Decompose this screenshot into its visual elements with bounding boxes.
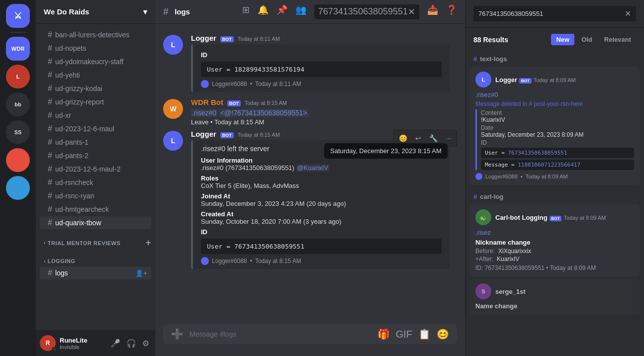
channel-item-ud-rsnc-ryan[interactable]: # ud-rsnc-ryan bbox=[40, 189, 151, 202]
chevron-down-icon: ▾ bbox=[143, 7, 147, 16]
emoji-icon[interactable]: 😊 bbox=[437, 328, 449, 340]
after-label: +After: KuarixIV bbox=[475, 256, 634, 263]
message-text: .risez#0 <@!767341350638059551> bbox=[191, 108, 457, 118]
emoji-reaction-button[interactable]: 😊 bbox=[396, 132, 410, 144]
more-options-button[interactable]: ··· bbox=[443, 132, 455, 144]
embed-code: User = 182899433581576194 bbox=[201, 62, 442, 77]
apps-button[interactable]: 🔧 bbox=[426, 132, 441, 144]
footer-time: Today at 8:09 AM bbox=[526, 174, 568, 179]
channel-item-ud-grizzy-kodai[interactable]: # ud-grizzy-kodai bbox=[40, 82, 151, 95]
footer-author: Logger#6088 bbox=[485, 174, 518, 179]
footer-author: Logger#6088 bbox=[212, 258, 247, 265]
add-channel-button[interactable]: + bbox=[146, 238, 151, 248]
channel-item-ud-pants-1[interactable]: # ud-pants-1 bbox=[40, 136, 151, 149]
bot-badge: BOT bbox=[550, 216, 562, 221]
reply-button[interactable]: ↩ bbox=[412, 132, 424, 144]
filter-new-button[interactable]: New bbox=[551, 34, 574, 45]
hash-icon: # bbox=[473, 193, 477, 200]
channel-name: ud-2023-12-6-maul-2 bbox=[55, 165, 147, 173]
home-server-icon[interactable]: ⚔ bbox=[6, 4, 30, 28]
result-avatar: 🐢 bbox=[475, 209, 491, 225]
channel-item-ud-rsncheck[interactable]: # ud-rsncheck bbox=[40, 176, 151, 189]
hash-icon: # bbox=[48, 30, 52, 39]
result-item-next[interactable]: S serge_1st Name change bbox=[469, 278, 640, 315]
server-header[interactable]: We Do Raids ▾ bbox=[36, 0, 155, 24]
result-code: User = 767341350638059551 bbox=[481, 148, 634, 158]
channel-item-ud-ydoimakeucry[interactable]: # ud-ydoimakeucry-staff bbox=[40, 55, 151, 68]
thread-icon[interactable]: ⊞ bbox=[242, 4, 250, 19]
footer-time: Today at 8:15 AM bbox=[255, 258, 301, 265]
category-logging[interactable]: › LOGGING bbox=[36, 250, 155, 266]
search-clear-icon[interactable]: ✕ bbox=[625, 9, 631, 18]
channel-item-ban-all[interactable]: # ban-all-lurers-detectives bbox=[40, 28, 151, 41]
channel-item-ud-yehti[interactable]: # ud-yehti bbox=[40, 69, 151, 82]
search-panel: 767341350638059551 ✕ 88 Results New Old … bbox=[465, 0, 644, 356]
members-icon[interactable]: 👥 bbox=[295, 4, 306, 19]
result-item-carl[interactable]: 🐢 Carl-bot Logging BOT Today at 8:09 AM … bbox=[469, 204, 640, 276]
hash-icon: # bbox=[48, 71, 52, 80]
message-input[interactable] bbox=[189, 324, 371, 344]
result-section-next: S serge_1st Name change bbox=[465, 278, 644, 315]
channel-item-logs[interactable]: # logs 👤+ bbox=[40, 267, 151, 279]
channel-item-ud-hmtgearcheck[interactable]: # ud-hmtgearcheck bbox=[40, 203, 151, 216]
bot-badge: BOT bbox=[220, 132, 234, 138]
search-close-icon[interactable]: ✕ bbox=[408, 6, 415, 17]
channel-item-ud-quarix-tbow[interactable]: # ud-quarix-tbow bbox=[40, 216, 151, 229]
date-value: Saturday, December 23, 2023 8:09 AM bbox=[481, 131, 634, 138]
result-item[interactable]: L Logger BOT Today at 8:09 AM .risez#0 M… bbox=[469, 67, 640, 185]
search-input-box[interactable]: 767341350638059551 ✕ bbox=[473, 6, 636, 21]
server-icon-wdoraids[interactable]: WDR bbox=[6, 37, 30, 61]
filter-old-button[interactable]: Old bbox=[576, 34, 597, 45]
channel-item-ud-xr[interactable]: # ud-xr bbox=[40, 109, 151, 122]
avatar: L bbox=[163, 35, 183, 55]
server-icon-ss[interactable]: SS bbox=[6, 120, 30, 144]
channel-name: ud-ydoimakeucry-staff bbox=[55, 58, 147, 66]
gif-icon[interactable]: GIF bbox=[396, 329, 412, 340]
channel-name: ud-grizzy-kodai bbox=[55, 85, 147, 92]
search-icon[interactable]: 767341350638059551 ✕ bbox=[314, 4, 419, 19]
channel-item-ud-pants-2[interactable]: # ud-pants-2 bbox=[40, 149, 151, 162]
add-member-icon[interactable]: 👤+ bbox=[135, 269, 147, 277]
channel-list: # ban-all-lurers-detectives # ud-nopets … bbox=[36, 24, 155, 330]
code-eq: = bbox=[226, 243, 230, 250]
message-author: WDR Bot bbox=[191, 98, 223, 106]
result-content-block: Content !KuarixIV Date Saturday, Decembe… bbox=[475, 109, 634, 170]
channel-item-ud-grizzy-report[interactable]: # ud-grizzy-report bbox=[40, 95, 151, 108]
roles-value: CoX Tier 5 (Elite), Mass, AdvMass bbox=[201, 182, 442, 189]
mute-button[interactable]: 🎤 bbox=[108, 337, 122, 350]
channel-item-ud-nopets[interactable]: # ud-nopets bbox=[40, 42, 151, 55]
message-time: Today at 8:15 AM bbox=[238, 132, 280, 138]
mention[interactable]: @KuarixIV bbox=[296, 164, 329, 172]
pin-icon[interactable]: 📌 bbox=[276, 4, 287, 19]
channel-name: ud-rsnc-ryan bbox=[55, 192, 147, 200]
channel-name: ud-pants-2 bbox=[55, 152, 147, 160]
server-icon-extra1[interactable] bbox=[6, 148, 30, 172]
mention-id[interactable]: <@!767341350638059551> bbox=[219, 109, 308, 117]
gift-icon[interactable]: 🎁 bbox=[377, 328, 390, 340]
channel-item-ud-2023-12-6-maul-2[interactable]: # ud-2023-12-6-maul-2 bbox=[40, 163, 151, 176]
server-icon-extra2[interactable] bbox=[6, 176, 30, 200]
mention[interactable]: .risez#0 bbox=[191, 109, 217, 117]
server-icon-league[interactable]: L bbox=[6, 65, 30, 89]
hash-icon: # bbox=[48, 151, 52, 160]
sticker-icon[interactable]: 📋 bbox=[418, 328, 431, 340]
message-header: Logger BOT Today at 8:11 AM bbox=[191, 34, 457, 42]
add-attachment-icon[interactable]: ➕ bbox=[171, 328, 184, 340]
message-author: Logger bbox=[191, 34, 216, 42]
inbox-icon[interactable]: 📥 bbox=[427, 4, 438, 19]
settings-button[interactable]: ⚙ bbox=[140, 337, 151, 350]
deafen-button[interactable]: 🎧 bbox=[124, 337, 138, 350]
section-name: text-logs bbox=[480, 55, 507, 63]
bot-badge: BOT bbox=[519, 78, 532, 84]
channel-name: ud-rsncheck bbox=[55, 178, 147, 186]
user-info: RuneLite Invisible bbox=[60, 337, 104, 350]
category-trial-mentor[interactable]: › TRIAL MENTOR REVIEWS + bbox=[36, 230, 155, 250]
joined-label: Joined At bbox=[201, 192, 442, 200]
server-icon-bb[interactable]: bb bbox=[6, 92, 30, 116]
embed-box: .risez#0 left the server User Informatio… bbox=[191, 140, 450, 269]
notification-icon[interactable]: 🔔 bbox=[258, 4, 269, 19]
channel-item-ud-2023-12-6-maul[interactable]: # ud-2023-12-6-maul bbox=[40, 122, 151, 135]
help-icon[interactable]: ❓ bbox=[446, 4, 457, 19]
filter-relevant-button[interactable]: Relevant bbox=[599, 34, 636, 45]
bot-badge: BOT bbox=[227, 100, 241, 106]
